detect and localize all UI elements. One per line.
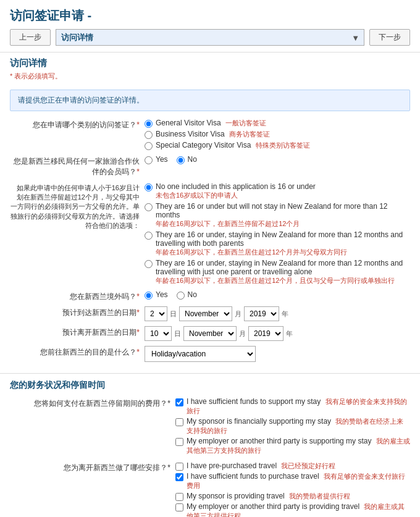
visa-business-label: Business Visitor Visa 商务访客签证: [156, 130, 410, 139]
purpose-label: 您前往新西兰的目的是什么？*: [10, 346, 140, 358]
nz-member-controls: Yes No: [145, 155, 410, 164]
depart-month-select[interactable]: November: [183, 326, 237, 341]
travel-employer-label: My employer or another third party is pr…: [187, 502, 410, 517]
visa-business-radio[interactable]: [145, 131, 153, 139]
step-select[interactable]: 访问详情: [56, 29, 364, 46]
visa-general-label: General Visitor Visa 一般访客签证: [156, 119, 410, 128]
visa-general-radio[interactable]: [145, 120, 153, 128]
travel-prepurchased[interactable]: I have pre-purchased travel 我已经预定好行程: [175, 461, 410, 471]
step-selector: 访问详情 ▼: [56, 29, 364, 46]
arrive-date-label: 预计到达新西兰的日期*: [10, 306, 140, 318]
fund-employer[interactable]: My employer or another third party is su…: [175, 437, 410, 455]
visa-general-item[interactable]: General Visitor Visa 一般访客签证: [145, 119, 410, 128]
minor-label: 如果此申请中的任何申请人小于16岁且计划在新西兰停留超过12个月，与父母其中一方…: [10, 182, 140, 231]
travel-row: 您为离开新西兰做了哪些安排？* I have pre-purchased tra…: [10, 461, 410, 517]
fund-sponsor[interactable]: My sponsor is financially supporting my …: [175, 417, 410, 435]
nz-member-yes[interactable]: Yes: [145, 155, 168, 164]
nz-member-row: 您是新西兰移民局任何一家旅游合作伙伴的会员吗？* Yes No: [10, 155, 410, 177]
section2-title: 您的财务状况和停留时间: [0, 373, 420, 395]
outside-no[interactable]: No: [177, 290, 197, 300]
purpose-select[interactable]: Holiday/vacation: [145, 346, 256, 362]
minor-under16-both-radio[interactable]: [145, 232, 153, 240]
form-section2: 您将如何支付在新西兰停留期间的费用？* I have sufficient fu…: [0, 395, 420, 517]
fund-controls: I have sufficient funds to support my st…: [175, 397, 410, 456]
visa-business-item[interactable]: Business Visitor Visa 商务访客签证: [145, 130, 410, 139]
visa-type-label: 您在申请哪个类别的访问签证？*: [10, 119, 140, 130]
depart-date-controls: 10 日 November 月 2019 年: [145, 326, 410, 341]
depart-date-row: 预计离开新西兰的日期* 10 日 November 月 2019 年: [10, 326, 410, 341]
minor-under16-short-label: They are 16 or under but will not stay i…: [156, 202, 410, 229]
outside-nz-controls: Yes No: [145, 290, 410, 300]
nz-member-no-radio[interactable]: [177, 156, 185, 164]
fund-self-label: I have sufficient funds to support my st…: [187, 397, 410, 416]
visa-type-row: 您在申请哪个类别的访问签证？* General Visitor Visa 一般访…: [10, 119, 410, 150]
travel-sponsor-checkbox[interactable]: [175, 493, 183, 501]
page-title: 访问签证申请 -: [10, 7, 410, 24]
travel-funds-label: I have sufficient funds to purchase trav…: [187, 472, 410, 490]
depart-year-select[interactable]: 2019: [248, 326, 284, 341]
travel-funds[interactable]: I have sufficient funds to purchase trav…: [175, 472, 410, 490]
minor-row: 如果此申请中的任何申请人小于16岁且计划在新西兰停留超过12个月，与父母其中一方…: [10, 182, 410, 285]
minor-no16-label: No one included in this application is 1…: [156, 182, 410, 200]
arrive-day-select[interactable]: 2: [145, 306, 167, 321]
fund-sponsor-checkbox[interactable]: [175, 418, 183, 426]
travel-employer[interactable]: My employer or another third party is pr…: [175, 502, 410, 517]
arrive-year-select[interactable]: 2019: [244, 306, 279, 321]
outside-nz-row: 您在新西兰境外吗？* Yes No: [10, 290, 410, 302]
travel-label: 您为离开新西兰做了哪些安排？*: [10, 461, 170, 473]
fund-self[interactable]: I have sufficient funds to support my st…: [175, 397, 410, 416]
travel-prepurchased-checkbox[interactable]: [175, 463, 183, 471]
nz-member-no[interactable]: No: [177, 155, 197, 164]
minor-under16-short-radio[interactable]: [145, 203, 153, 211]
nav-bar: 上一步 访问详情 ▼ 下一步: [10, 29, 410, 46]
fund-self-checkbox[interactable]: [175, 398, 183, 406]
minor-under16-both[interactable]: They are 16 or under, staying in New Zea…: [145, 230, 410, 257]
arrive-date-row-inner: 2 日 November 月 2019 年: [145, 306, 410, 321]
visa-special-radio[interactable]: [145, 142, 153, 150]
outside-yes[interactable]: Yes: [145, 290, 168, 300]
section1-title: 访问详情: [0, 53, 420, 72]
info-box: 请提供您正在申请的访问签证的详情。: [10, 90, 410, 111]
fund-row: 您将如何支付在新西兰停留期间的费用？* I have sufficient fu…: [10, 397, 410, 456]
visa-special-label: Special Category Visitor Visa 特殊类别访客签证: [156, 141, 410, 150]
travel-sponsor-label: My sponsor is providing travel 我的赞助者提供行程: [187, 492, 350, 501]
fund-employer-label: My employer or another third party is su…: [187, 437, 410, 455]
travel-funds-checkbox[interactable]: [175, 473, 183, 481]
nz-member-yes-radio[interactable]: [145, 156, 153, 164]
minor-under16-one-radio[interactable]: [145, 260, 153, 268]
travel-prepurchased-label: I have pre-purchased travel 我已经预定好行程: [187, 461, 335, 471]
nz-member-label: 您是新西兰移民局任何一家旅游合作伙伴的会员吗？*: [10, 155, 140, 177]
required-note: * 表示必须填写。: [0, 72, 420, 85]
minor-controls: No one included in this application is 1…: [145, 182, 410, 285]
purpose-controls: Holiday/vacation: [145, 346, 410, 362]
minor-under16-one-label: They are 16 or under, staying in New Zea…: [156, 259, 410, 285]
fund-label: 您将如何支付在新西兰停留期间的费用？*: [10, 397, 170, 409]
next-button[interactable]: 下一步: [369, 29, 410, 46]
outside-nz-radio-group: Yes No: [145, 290, 410, 300]
prev-button[interactable]: 上一步: [10, 29, 51, 46]
minor-no16[interactable]: No one included in this application is 1…: [145, 182, 410, 200]
form-section: 您在申请哪个类别的访问签证？* General Visitor Visa 一般访…: [0, 116, 420, 369]
outside-yes-radio[interactable]: [145, 292, 153, 300]
fund-sponsor-label: My sponsor is financially supporting my …: [187, 417, 410, 435]
travel-controls: I have pre-purchased travel 我已经预定好行程 I h…: [175, 461, 410, 517]
minor-under16-both-label: They are 16 or under, staying in New Zea…: [156, 230, 410, 257]
travel-sponsor[interactable]: My sponsor is providing travel 我的赞助者提供行程: [175, 492, 410, 501]
arrive-date-controls: 2 日 November 月 2019 年: [145, 306, 410, 321]
fund-employer-checkbox[interactable]: [175, 438, 183, 446]
depart-date-label: 预计离开新西兰的日期*: [10, 326, 140, 338]
arrive-month-select[interactable]: November: [179, 306, 232, 321]
visa-special-item[interactable]: Special Category Visitor Visa 特殊类别访客签证: [145, 141, 410, 150]
arrive-date-row: 预计到达新西兰的日期* 2 日 November 月 2019 年: [10, 306, 410, 321]
minor-under16-short[interactable]: They are 16 or under but will not stay i…: [145, 202, 410, 229]
minor-under16-one[interactable]: They are 16 or under, staying in New Zea…: [145, 259, 410, 285]
depart-date-row-inner: 10 日 November 月 2019 年: [145, 326, 410, 341]
visa-type-controls: General Visitor Visa 一般访客签证 Business Vis…: [145, 119, 410, 150]
outside-nz-label: 您在新西兰境外吗？*: [10, 290, 140, 302]
outside-no-radio[interactable]: [177, 292, 185, 300]
nz-member-radio-group: Yes No: [145, 155, 410, 164]
purpose-row: 您前往新西兰的目的是什么？* Holiday/vacation: [10, 346, 410, 362]
travel-employer-checkbox[interactable]: [175, 503, 183, 511]
minor-no16-radio[interactable]: [145, 183, 153, 191]
depart-day-select[interactable]: 10: [145, 326, 172, 341]
